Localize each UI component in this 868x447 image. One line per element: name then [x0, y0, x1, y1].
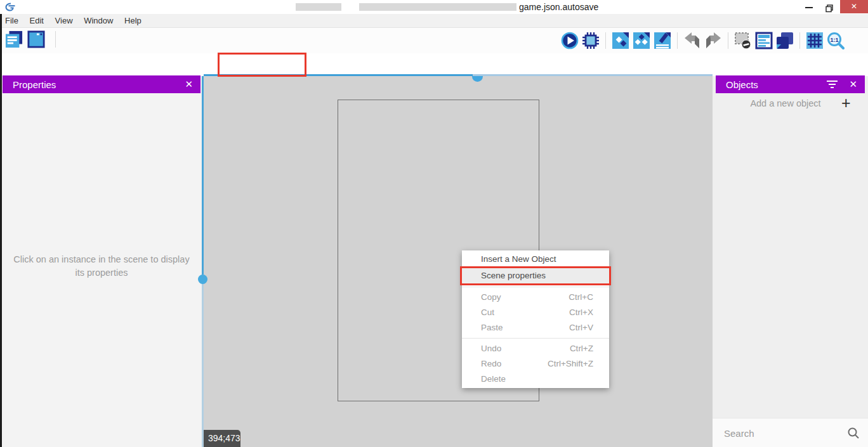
toolbar: 1:1: [0, 28, 868, 53]
annotation-box-scene-properties: [460, 266, 611, 285]
start-scene-icon[interactable]: [27, 30, 45, 48]
undo-icon[interactable]: [683, 32, 701, 49]
menu-item-redo[interactable]: Redo Ctrl+Shift+Z: [462, 356, 609, 372]
menu-item-delete[interactable]: Delete: [462, 372, 609, 387]
menu-file[interactable]: File: [5, 14, 18, 27]
project-manager-icon[interactable]: [5, 30, 23, 48]
titlebar: game.json.autosave ✕: [0, 0, 868, 14]
objects-panel: [713, 76, 868, 447]
restore-button[interactable]: [820, 0, 839, 13]
objects-panel-header: Objects ✕: [716, 75, 865, 93]
filter-icon[interactable]: [827, 81, 838, 88]
edit-scene-icon[interactable]: [654, 32, 671, 49]
redacted-path-segment: [359, 3, 516, 11]
toolbar-separator: [728, 32, 728, 49]
toolbar-right-group: 1:1: [561, 32, 845, 49]
menu-separator: [462, 287, 609, 287]
menu-view[interactable]: View: [55, 14, 73, 27]
close-panel-icon[interactable]: ✕: [185, 79, 193, 90]
menu-separator: [462, 338, 609, 339]
menu-item-copy[interactable]: Copy Ctrl+C: [462, 290, 609, 305]
toolbar-separator: [605, 32, 606, 49]
window-title: game.json.autosave: [519, 0, 598, 14]
restore-icon: [825, 4, 833, 13]
zoom-1-1-icon[interactable]: 1:1: [827, 32, 845, 49]
divider-drag-handle[interactable]: [198, 275, 207, 284]
toolbar-separator: [677, 32, 678, 49]
tabbar: START PAGE LEVEL1 ✕ LEVEL1 (EVENTS) ✕ MA…: [0, 53, 868, 76]
play-icon[interactable]: [561, 32, 579, 49]
gdevelop-logo-icon: [4, 2, 15, 15]
add-object-plus-icon[interactable]: +: [841, 94, 851, 112]
add-object-row[interactable]: Add a new object +: [713, 95, 868, 114]
toolbar-left-group: [5, 30, 58, 48]
close-button[interactable]: ✕: [840, 0, 868, 13]
mask-icon[interactable]: [734, 32, 752, 49]
properties-panel-title: Properties: [13, 79, 185, 90]
canvas-top-divider[interactable]: [473, 74, 713, 76]
cursor-coordinates-badge: 394;473: [204, 430, 240, 447]
objects-search-bar: [713, 418, 868, 447]
layers-icon[interactable]: [776, 32, 794, 49]
menu-edit[interactable]: Edit: [30, 14, 44, 27]
minimize-button[interactable]: [799, 0, 819, 13]
debug-icon[interactable]: [582, 32, 600, 49]
toolbar-separator: [799, 32, 800, 49]
grid-icon[interactable]: [806, 32, 824, 49]
redacted-path-segment: [296, 3, 341, 11]
objects-list-icon[interactable]: [633, 32, 650, 49]
menu-help[interactable]: Help: [124, 14, 141, 27]
menu-item-insert-new-object[interactable]: Insert a New Object: [462, 252, 609, 267]
menu-item-undo[interactable]: Undo Ctrl+Z: [462, 341, 609, 356]
search-icon[interactable]: [847, 427, 860, 442]
objects-panel-title: Objects: [726, 79, 827, 90]
properties-empty-message: Click on an instance in the scene to dis…: [13, 253, 190, 280]
menu-window[interactable]: Window: [84, 14, 113, 27]
gdevelop-window: game.json.autosave ✕ File Edit View Wind…: [0, 0, 868, 447]
search-input[interactable]: [724, 425, 838, 441]
svg-text:1:1: 1:1: [831, 37, 839, 43]
menubar: File Edit View Window Help: [0, 14, 868, 28]
add-object-icon[interactable]: [612, 32, 629, 49]
close-panel-icon[interactable]: ✕: [849, 79, 857, 90]
properties-panel-header: Properties ✕: [3, 75, 201, 93]
menu-item-cut[interactable]: Cut Ctrl+X: [462, 305, 609, 320]
add-object-label: Add a new object: [738, 98, 833, 108]
minimize-icon: [805, 7, 813, 8]
annotation-box-mainmenu-tab: [218, 53, 306, 77]
toolbar-separator: [55, 31, 56, 48]
menu-item-paste[interactable]: Paste Ctrl+V: [462, 320, 609, 335]
layers-list-icon[interactable]: [755, 32, 773, 49]
redo-icon[interactable]: [704, 32, 722, 49]
